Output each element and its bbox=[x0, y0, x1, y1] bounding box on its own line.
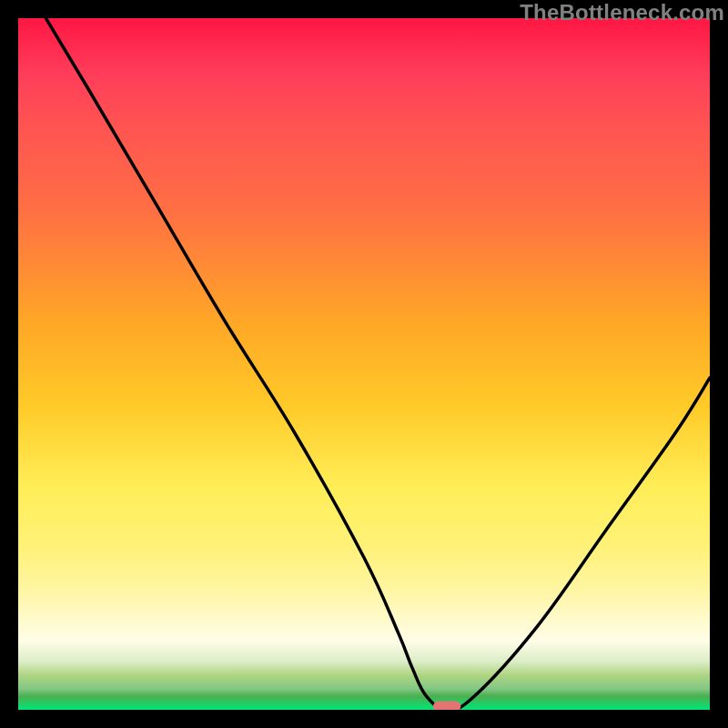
chart-frame bbox=[18, 18, 710, 710]
plot-area bbox=[18, 18, 710, 710]
heat-gradient-background bbox=[18, 18, 710, 710]
watermark-text: TheBottleneck.com bbox=[520, 0, 724, 25]
